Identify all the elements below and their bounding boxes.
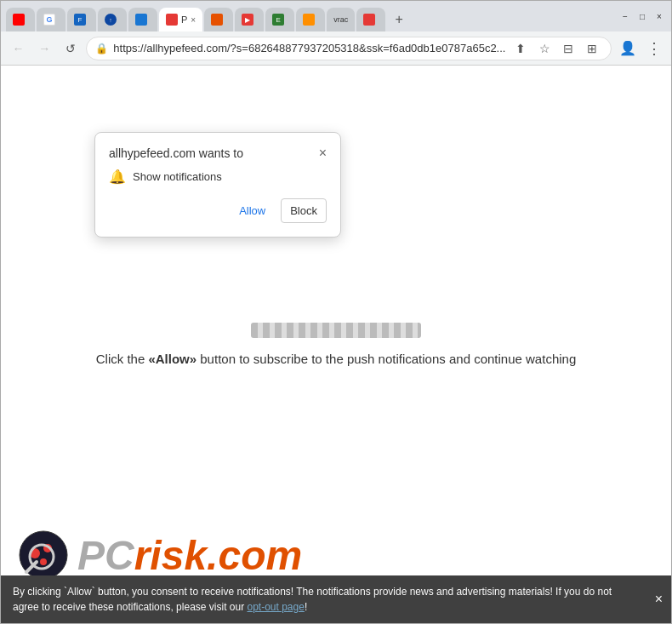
tab-e-favicon: E — [272, 14, 284, 26]
popup-permission-row: 🔔 Show notifications — [109, 169, 327, 185]
browser-window: G F ↑ P × ▶ E — [0, 0, 672, 624]
popup-buttons: Allow Block — [109, 198, 327, 223]
tab-g-favicon: G — [43, 14, 55, 26]
opt-out-link[interactable]: opt-out page — [247, 601, 304, 613]
share-icon[interactable]: ⬆ — [510, 38, 531, 59]
tabs-area: G F ↑ P × ▶ E — [6, 1, 613, 31]
tab-arrow-favicon: ↑ — [105, 14, 117, 26]
tab-active[interactable]: P × — [159, 8, 202, 31]
pcrisk-logo: PCrisk.com — [18, 530, 302, 581]
close-button[interactable]: × — [652, 9, 666, 23]
lock-icon: 🔒 — [95, 43, 108, 54]
tab-active-label: P — [181, 14, 187, 25]
back-button[interactable]: ← — [8, 37, 29, 60]
pcrisk-text: PCrisk.com — [77, 532, 302, 579]
new-tab-button[interactable]: + — [387, 8, 411, 31]
address-text: https://allhypefeed.com/?s=6826488779372… — [113, 42, 505, 54]
tab-yt[interactable] — [6, 8, 35, 31]
address-icons: ⬆ ☆ ⊟ ⊞ — [510, 38, 602, 59]
tab-cloud-favicon: F — [74, 14, 86, 26]
tab-y2-favicon — [211, 14, 223, 26]
tab-active-close[interactable]: × — [191, 15, 196, 25]
tab-y3[interactable] — [296, 8, 325, 31]
profile-button[interactable]: 👤 — [617, 37, 638, 60]
bell-icon: 🔔 — [109, 169, 126, 185]
pcrisk-icon — [18, 530, 69, 581]
cast-icon[interactable]: ⊟ — [558, 38, 578, 59]
bottom-bar-close-button[interactable]: × — [655, 592, 663, 607]
tab-active-favicon — [166, 14, 178, 26]
loading-bar — [251, 323, 421, 338]
menu-button[interactable]: ⋮ — [643, 37, 664, 60]
page-content: allhypefeed.com wants to × 🔔 Show notifi… — [1, 66, 671, 623]
pcrisk-risk: risk.com — [134, 533, 302, 578]
tab-e[interactable]: E — [265, 8, 294, 31]
address-bar: ← → ↺ 🔒 https://allhypefeed.com/?s=68264… — [1, 31, 671, 66]
tab-vrac-label: vrac — [333, 15, 348, 24]
block-button[interactable]: Block — [281, 198, 327, 223]
tab-blue[interactable] — [128, 8, 157, 31]
bottom-bar-text: By clicking `Allow` button, you consent … — [13, 584, 637, 615]
tab-vrac[interactable]: vrac — [327, 8, 355, 31]
window-controls: − □ × — [618, 9, 666, 23]
tab-play[interactable]: ▶ — [235, 8, 264, 31]
tab-play-favicon: ▶ — [242, 14, 253, 26]
maximize-button[interactable]: □ — [635, 9, 649, 23]
popup-close-button[interactable]: × — [319, 146, 327, 160]
address-bar-input[interactable]: 🔒 https://allhypefeed.com/?s=68264887793… — [86, 37, 612, 60]
permission-label: Show notifications — [133, 170, 222, 183]
tab-blue-favicon — [135, 14, 147, 26]
svg-point-3 — [40, 558, 47, 565]
bookmark-icon[interactable]: ☆ — [534, 38, 555, 59]
bottom-bar-text-end: ! — [305, 601, 307, 613]
page-instruction: Click the «Allow» button to subscribe to… — [96, 352, 577, 366]
forward-button[interactable]: → — [34, 37, 55, 60]
popup-title: allhypefeed.com wants to — [109, 146, 243, 160]
tab-y4[interactable] — [356, 8, 385, 31]
notification-popup: allhypefeed.com wants to × 🔔 Show notifi… — [94, 132, 341, 238]
tab-cloud[interactable]: F — [67, 8, 96, 31]
allow-button[interactable]: Allow — [231, 198, 274, 223]
tab-arrow[interactable]: ↑ — [98, 8, 127, 31]
extensions-icon[interactable]: ⊞ — [582, 38, 602, 59]
title-bar: G F ↑ P × ▶ E — [1, 1, 671, 31]
popup-header: allhypefeed.com wants to × — [109, 146, 327, 160]
minimize-button[interactable]: − — [618, 9, 632, 23]
pcrisk-pc: PC — [77, 533, 134, 578]
tab-y2[interactable] — [204, 8, 233, 31]
tab-y3-favicon — [303, 14, 315, 26]
tab-g[interactable]: G — [37, 8, 65, 31]
tab-y4-favicon — [363, 14, 375, 26]
reload-button[interactable]: ↺ — [60, 37, 82, 60]
bottom-notification-bar: By clicking `Allow` button, you consent … — [1, 575, 671, 623]
tab-yt-favicon — [13, 14, 25, 26]
